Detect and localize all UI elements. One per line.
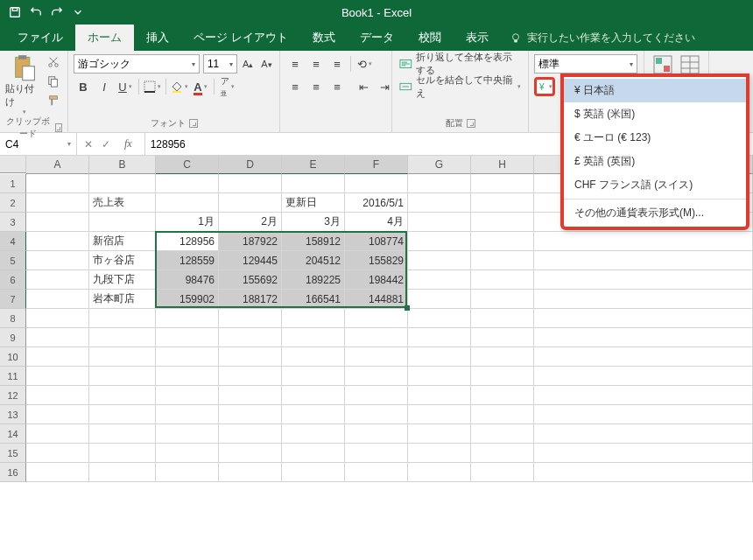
- col-header-F[interactable]: F: [345, 156, 408, 174]
- cell-H2[interactable]: [471, 193, 534, 213]
- cell-A3[interactable]: [26, 213, 89, 232]
- align-right-button[interactable]: ≡: [327, 77, 347, 96]
- cell-E15[interactable]: [282, 444, 345, 463]
- cell-B9[interactable]: [89, 328, 156, 347]
- cell-F13[interactable]: [345, 405, 408, 424]
- row-header-14[interactable]: 14: [0, 424, 26, 444]
- tab-view[interactable]: 表示: [454, 24, 501, 51]
- cell-D13[interactable]: [219, 405, 282, 424]
- cell-F8[interactable]: [345, 309, 408, 328]
- font-size-combo[interactable]: 11▾: [203, 54, 237, 74]
- cell-A10[interactable]: [26, 347, 89, 367]
- align-bottom-button[interactable]: ≡: [327, 54, 347, 74]
- cell-G2[interactable]: [408, 193, 471, 213]
- cell-B12[interactable]: [89, 386, 156, 405]
- cell-G10[interactable]: [408, 347, 471, 367]
- cell-E13[interactable]: [282, 405, 345, 424]
- cell-G13[interactable]: [408, 405, 471, 424]
- cell-A15[interactable]: [26, 444, 89, 463]
- cell-E16[interactable]: [282, 463, 345, 482]
- cell-G4[interactable]: [408, 232, 471, 251]
- cell-C1[interactable]: [156, 174, 219, 193]
- cell-A11[interactable]: [26, 367, 89, 386]
- cell-H8[interactable]: [471, 309, 534, 328]
- cell-D12[interactable]: [219, 386, 282, 405]
- row-header-10[interactable]: 10: [0, 347, 26, 367]
- orientation-button[interactable]: ⟲: [355, 54, 374, 74]
- cell-F10[interactable]: [345, 347, 408, 367]
- cell-B15[interactable]: [89, 444, 156, 463]
- cell-D8[interactable]: [219, 309, 282, 328]
- cell-C9[interactable]: [156, 328, 219, 347]
- cell-C3[interactable]: 1月: [156, 213, 219, 232]
- decrease-font-button[interactable]: A▾: [259, 54, 274, 74]
- cell-E9[interactable]: [282, 328, 345, 347]
- cell-H13[interactable]: [471, 405, 534, 424]
- cell-A7[interactable]: [26, 290, 89, 309]
- tab-data[interactable]: データ: [348, 24, 406, 51]
- align-center-button[interactable]: ≡: [306, 77, 326, 96]
- cell-B1[interactable]: [89, 174, 156, 193]
- cell-C16[interactable]: [156, 463, 219, 482]
- cell-C8[interactable]: [156, 309, 219, 328]
- select-all-corner[interactable]: [0, 156, 26, 173]
- fill-color-button[interactable]: [170, 77, 189, 96]
- col-header-B[interactable]: B: [89, 156, 156, 174]
- cell-H12[interactable]: [471, 386, 534, 405]
- cell-A14[interactable]: [26, 424, 89, 444]
- copy-button[interactable]: [45, 74, 62, 89]
- cell-C5[interactable]: 128559: [156, 251, 219, 270]
- cell-D7[interactable]: 188172: [219, 290, 282, 309]
- bold-button[interactable]: B: [74, 77, 93, 96]
- cell-F14[interactable]: [345, 424, 408, 444]
- cell-B4[interactable]: 新宿店: [89, 232, 156, 251]
- cell-C2[interactable]: [156, 193, 219, 213]
- cell-D2[interactable]: [219, 193, 282, 213]
- italic-button[interactable]: I: [95, 77, 114, 96]
- qat-customize-icon[interactable]: [68, 3, 88, 22]
- save-icon[interactable]: [5, 3, 25, 22]
- tab-formulas[interactable]: 数式: [300, 24, 348, 51]
- cell-G3[interactable]: [408, 213, 471, 232]
- cell-E4[interactable]: 158912: [282, 232, 345, 251]
- cut-button[interactable]: [45, 54, 62, 70]
- cell-B7[interactable]: 岩本町店: [89, 290, 156, 309]
- col-header-C[interactable]: C: [156, 156, 219, 174]
- cell-G16[interactable]: [408, 463, 471, 482]
- align-left-button[interactable]: ≡: [285, 77, 305, 96]
- font-name-combo[interactable]: 游ゴシック▾: [74, 54, 200, 74]
- cell-A8[interactable]: [26, 309, 89, 328]
- cell-F9[interactable]: [345, 328, 408, 347]
- borders-button[interactable]: [143, 77, 162, 96]
- cell-F6[interactable]: 198442: [345, 270, 408, 290]
- font-color-button[interactable]: A: [191, 77, 210, 96]
- phonetic-button[interactable]: ア亜: [218, 77, 237, 96]
- cell-G14[interactable]: [408, 424, 471, 444]
- tab-insert[interactable]: 挿入: [134, 24, 181, 51]
- tab-home[interactable]: ホーム: [75, 24, 134, 51]
- accounting-format-button[interactable]: ¥▾: [534, 77, 555, 96]
- col-header-G[interactable]: G: [408, 156, 471, 174]
- currency-chf-item[interactable]: CHF フランス語 (スイス): [564, 173, 746, 197]
- cell-H14[interactable]: [471, 424, 534, 444]
- cell-D6[interactable]: 155692: [219, 270, 282, 290]
- cell-G5[interactable]: [408, 251, 471, 270]
- col-header-A[interactable]: A: [26, 156, 89, 174]
- tell-me-box[interactable]: 実行したい作業を入力してください: [501, 25, 704, 51]
- cell-C13[interactable]: [156, 405, 219, 424]
- cell-D14[interactable]: [219, 424, 282, 444]
- tab-review[interactable]: 校閲: [406, 24, 454, 51]
- cell-C7[interactable]: 159902: [156, 290, 219, 309]
- cell-A5[interactable]: [26, 251, 89, 270]
- cell-E14[interactable]: [282, 424, 345, 444]
- cell-E12[interactable]: [282, 386, 345, 405]
- cell-G15[interactable]: [408, 444, 471, 463]
- cell-D16[interactable]: [219, 463, 282, 482]
- currency-usd-item[interactable]: $ 英語 (米国): [564, 102, 746, 126]
- row-header-15[interactable]: 15: [0, 444, 26, 463]
- cell-A12[interactable]: [26, 386, 89, 405]
- cell-F2[interactable]: 2016/5/1: [345, 193, 408, 213]
- cell-H16[interactable]: [471, 463, 534, 482]
- row-header-16[interactable]: 16: [0, 463, 26, 482]
- cell-H1[interactable]: [471, 174, 534, 193]
